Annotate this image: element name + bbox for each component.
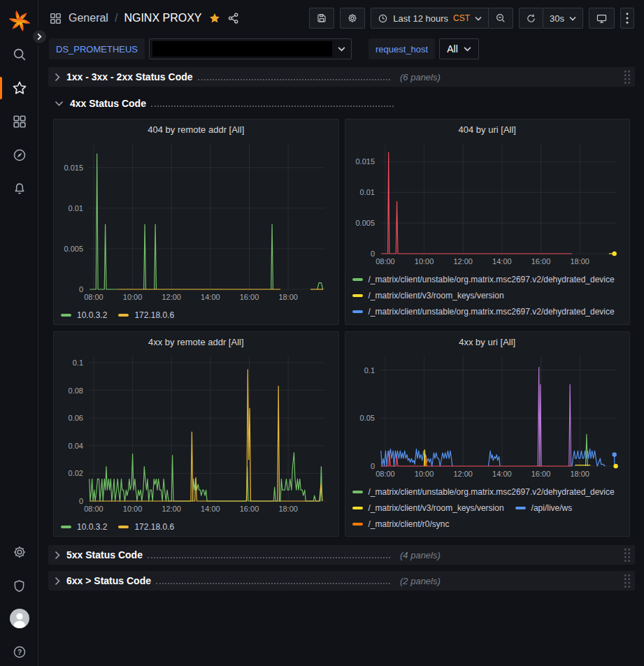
- svg-text:0.01: 0.01: [359, 188, 374, 196]
- svg-text:14:00: 14:00: [201, 505, 220, 513]
- active-indicator: [0, 77, 2, 99]
- legend-item[interactable]: /_matrix/client/r0/sync: [352, 516, 450, 532]
- shield-icon: [12, 579, 27, 593]
- breadcrumb-folder[interactable]: General: [69, 12, 108, 24]
- legend-swatch: [118, 526, 129, 528]
- explore-compass-icon: [12, 147, 27, 163]
- svg-text:0.04: 0.04: [69, 442, 83, 450]
- drag-handle-icon[interactable]: [624, 71, 631, 84]
- sidebar-item-explore[interactable]: [0, 141, 38, 169]
- legend-item[interactable]: 10.0.3.2: [61, 307, 107, 323]
- svg-text:18:00: 18:00: [278, 293, 298, 301]
- legend-swatch: [352, 507, 363, 509]
- legend-item[interactable]: /_matrix/client/unstable/org.matrix.msc2…: [352, 533, 615, 537]
- svg-text:0.02: 0.02: [69, 469, 83, 477]
- page-title: NGINX PROXY: [124, 12, 201, 24]
- gear-icon: [347, 13, 358, 24]
- chevron-down-icon: [569, 16, 576, 21]
- row-6xx[interactable]: 6xx > Status Code (2 panels): [48, 571, 635, 591]
- dashboards-icon: [12, 114, 27, 129]
- legend-item[interactable]: /_matrix/client/v3/room_keys/version: [352, 500, 504, 516]
- sidebar-item-dashboards[interactable]: [0, 108, 38, 136]
- row-4xx[interactable]: 4xx Status Code: [48, 94, 635, 113]
- variable-label-request-host[interactable]: request_host: [368, 38, 435, 59]
- sidebar-item-settings[interactable]: [0, 538, 38, 566]
- zoom-out-button[interactable]: [488, 8, 513, 29]
- svg-text:10:00: 10:00: [123, 505, 143, 513]
- row-5xx[interactable]: 5xx Status Code (4 panels): [48, 545, 635, 565]
- legend-swatch: [352, 491, 363, 493]
- panel-404-by-remote-addr: 404 by remote addr [All] 00.0050.010.015…: [53, 119, 339, 325]
- time-series-chart[interactable]: 00.0050.010.01508:0010:0012:0014:0016:00…: [58, 139, 334, 306]
- row-dotted-line: [156, 583, 390, 584]
- legend-item[interactable]: /_matrix/client/v3/room_keys/version: [352, 320, 504, 325]
- panel-title[interactable]: 4xx by uri [All]: [350, 332, 626, 352]
- breadcrumb: General / NGINX PROXY: [49, 12, 309, 25]
- sidebar-expand-button[interactable]: [31, 28, 48, 45]
- legend-label: /_matrix/client/unstable/org.matrix.msc2…: [368, 275, 615, 284]
- legend-swatch: [352, 278, 363, 281]
- legend-label: /sw.js: [531, 323, 552, 325]
- chart-legend: 10.0.3.2172.18.0.6: [58, 518, 334, 535]
- row-title: 6xx > Status Code: [66, 575, 151, 586]
- svg-text:10:00: 10:00: [414, 257, 434, 266]
- panels-grid: 404 by remote addr [All] 00.0050.010.015…: [48, 119, 635, 537]
- kebab-icon: [625, 12, 629, 24]
- save-dashboard-button[interactable]: [309, 8, 334, 29]
- panel-title[interactable]: 4xx by remote addr [All]: [58, 332, 334, 352]
- legend-item[interactable]: /_matrix/client/unstable/org.matrix.msc2…: [352, 304, 615, 319]
- dashboard-header: General / NGINX PROXY: [39, 0, 644, 36]
- legend-item[interactable]: /sw.js: [515, 320, 552, 325]
- refresh-button[interactable]: [519, 8, 543, 29]
- legend-item[interactable]: /_matrix/client/unstable/org.matrix.msc2…: [352, 272, 615, 287]
- panel-4xx-by-remote-addr: 4xx by remote addr [All] 00.020.040.060.…: [53, 331, 339, 537]
- legend-item[interactable]: /api/live/ws: [515, 500, 573, 516]
- variables-bar: DS_PROMETHEUS request_host All: [39, 36, 644, 61]
- cycle-view-mode-button[interactable]: [589, 8, 615, 29]
- redacted-value: [152, 41, 332, 57]
- time-series-chart[interactable]: 00.0050.010.01508:0010:0012:0014:0016:00…: [350, 139, 626, 270]
- zoom-out-icon: [495, 13, 506, 24]
- legend-swatch: [352, 523, 363, 526]
- svg-text:16:00: 16:00: [240, 505, 259, 513]
- sidebar-item-search[interactable]: [0, 41, 38, 68]
- chevron-right-icon: [36, 33, 43, 41]
- time-range-picker[interactable]: Last 12 hours CST: [371, 8, 489, 29]
- drag-handle-icon[interactable]: [624, 574, 631, 588]
- star-filled-icon: [208, 12, 221, 24]
- legend-item[interactable]: /_matrix/client/v3/room_keys/version: [352, 288, 504, 303]
- refresh-interval-picker[interactable]: 30s: [543, 8, 583, 29]
- sidebar-item-alerting[interactable]: [0, 175, 38, 203]
- share-button[interactable]: [227, 12, 240, 24]
- legend-item[interactable]: 10.0.3.2: [61, 519, 107, 535]
- legend-item[interactable]: 172.18.0.6: [118, 519, 174, 535]
- panel-title[interactable]: 404 by uri [All]: [350, 120, 626, 139]
- legend-item[interactable]: 172.18.0.6: [118, 307, 174, 323]
- time-range-label: Last 12 hours: [393, 13, 448, 24]
- dashboard-canvas: 1xx - 3xx - 2xx Status Code (6 panels) 4…: [39, 61, 644, 591]
- svg-text:0.01: 0.01: [69, 204, 83, 212]
- toolbar: Last 12 hours CST: [309, 8, 634, 29]
- variable-label-datasource[interactable]: DS_PROMETHEUS: [49, 38, 145, 59]
- legend-item[interactable]: /_matrix/client/unstable/org.matrix.msc2…: [352, 484, 615, 500]
- legend-label: /api/live/ws: [531, 503, 573, 513]
- sidebar-item-profile[interactable]: [0, 605, 38, 632]
- dashboard-settings-button[interactable]: [340, 8, 365, 29]
- legend-label: 172.18.0.6: [134, 522, 174, 532]
- more-options-button[interactable]: [620, 8, 634, 29]
- sidebar-item-admin[interactable]: [0, 572, 38, 600]
- time-series-chart[interactable]: 00.020.040.060.080.108:0010:0012:0014:00…: [58, 352, 334, 518]
- variable-select-request-host[interactable]: All: [439, 38, 479, 59]
- share-icon: [227, 12, 240, 24]
- drag-handle-icon[interactable]: [624, 549, 631, 562]
- clock-icon: [378, 13, 388, 24]
- svg-text:16:00: 16:00: [240, 293, 259, 301]
- time-series-chart[interactable]: 00.050.108:0010:0012:0014:0016:0018:00: [350, 352, 626, 483]
- sidebar-item-help[interactable]: ?: [0, 638, 38, 666]
- variable-select-datasource[interactable]: [149, 38, 352, 59]
- legend-swatch: [352, 310, 363, 313]
- sidebar-item-starred[interactable]: [0, 74, 38, 102]
- favorite-button[interactable]: [208, 12, 221, 24]
- panel-title[interactable]: 404 by remote addr [All]: [58, 120, 334, 139]
- row-1xx-3xx-2xx[interactable]: 1xx - 3xx - 2xx Status Code (6 panels): [48, 67, 635, 87]
